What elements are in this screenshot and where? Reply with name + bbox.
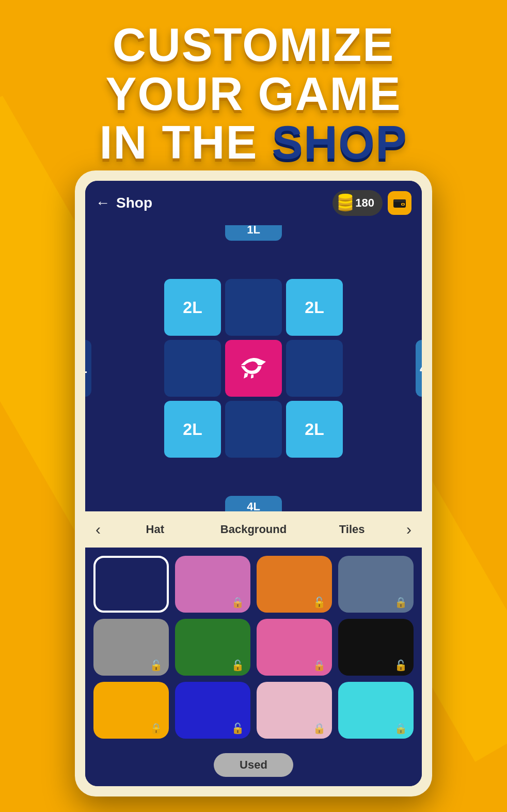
top-bar: ← Shop 180 (85, 181, 422, 225)
header-section: CUSTOMIZE YOUR GAME IN THE SHOP (0, 21, 507, 167)
tile-2l-bot-right: 2L (286, 401, 343, 458)
lock-icon-6: 🔒 (394, 722, 407, 735)
header-line3-white: IN THE (99, 117, 258, 168)
unlock-icon-4: 🔓 (394, 659, 407, 672)
category-background[interactable]: Background (204, 523, 303, 536)
tile-2l-bot-left: 2L (164, 401, 221, 458)
header-line1: CUSTOMIZE (0, 21, 507, 70)
svg-point-13 (260, 361, 263, 364)
used-btn-container: Used (85, 747, 422, 786)
header-line3: IN THE SHOP (0, 118, 507, 167)
tile-center-bird (225, 340, 282, 397)
color-swatch-cyan[interactable]: 🔒 (338, 682, 414, 739)
unlock-icon: 🔓 (313, 596, 326, 608)
svg-point-12 (402, 204, 404, 205)
unlock-icon-2: 🔓 (150, 659, 163, 672)
used-button[interactable]: Used (214, 753, 293, 777)
coins-amount: 180 (355, 196, 374, 210)
tile-dark-mid-left (164, 340, 221, 397)
tile-dark-top-mid (225, 279, 282, 336)
lock-icon-5: 🔒 (313, 722, 326, 735)
lock-icon-3: 🔒 (313, 659, 326, 672)
svg-rect-10 (393, 199, 406, 202)
wallet-button[interactable] (388, 191, 411, 215)
category-tiles[interactable]: Tiles (303, 523, 401, 536)
tile-grid: 2L 2L 2L (164, 279, 343, 458)
header-line2: YOUR GAME (0, 70, 507, 119)
category-hat[interactable]: Hat (106, 523, 204, 536)
unlock-icon-5: 🔓 (231, 722, 244, 735)
phone-frame: ← Shop 180 (75, 170, 432, 797)
coins-badge: 180 (332, 190, 383, 216)
shop-title: Shop (116, 195, 332, 211)
partial-tile-left: L (85, 340, 91, 397)
partial-tile-bottom: 4L (225, 496, 282, 511)
color-swatch-steel[interactable]: 🔒 (338, 556, 414, 613)
lock-icon: 🔒 (231, 596, 244, 608)
category-next-button[interactable]: › (401, 521, 417, 538)
color-swatch-magenta[interactable]: 🔒 (257, 619, 332, 676)
color-swatch-yellow[interactable]: 🔒 (93, 682, 169, 739)
color-swatch-pink[interactable]: 🔒 (175, 556, 250, 613)
wallet-icon (393, 197, 406, 209)
color-grid: 🔒 🔓 🔒 🔓 🔓 🔒 🔓 🔒 (85, 548, 422, 747)
lock-icon-2: 🔒 (394, 596, 407, 608)
category-prev-button[interactable]: ‹ (90, 521, 106, 538)
phone-screen: ← Shop 180 (85, 181, 422, 786)
svg-point-8 (339, 194, 353, 199)
header-line3-blue: SHOP (272, 117, 407, 168)
color-swatch-light-pink[interactable]: 🔒 (257, 682, 332, 739)
category-bar: ‹ Hat Background Tiles › (85, 511, 422, 548)
lock-icon-4: 🔒 (150, 722, 163, 735)
bird-icon (235, 353, 272, 384)
color-swatch-black[interactable]: 🔓 (338, 619, 414, 676)
color-swatch-green[interactable]: 🔓 (175, 619, 250, 676)
back-button[interactable]: ← (96, 195, 110, 211)
color-swatch-orange[interactable]: 🔓 (257, 556, 332, 613)
color-swatch-blue[interactable]: 🔓 (175, 682, 250, 739)
tile-2l-top-right: 2L (286, 279, 343, 336)
tile-dark-mid-right (286, 340, 343, 397)
game-board: 1L L 4 4L 2L 2L (85, 225, 422, 511)
color-swatch-gray[interactable]: 🔓 (93, 619, 169, 676)
unlock-icon-3: 🔓 (231, 659, 244, 672)
partial-tile-right: 4 (416, 340, 422, 397)
tile-2l-top-left: 2L (164, 279, 221, 336)
coin-stack-icon (336, 193, 355, 213)
partial-tile-top: 1L (225, 225, 282, 241)
color-swatch-navy-selected[interactable] (93, 556, 169, 613)
tile-dark-bot-mid (225, 401, 282, 458)
